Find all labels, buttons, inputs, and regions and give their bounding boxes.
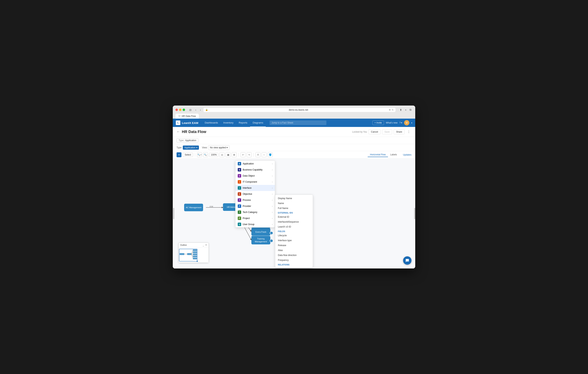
submenu-interface-id-sequence[interactable]: interfaceIdSequence: [275, 219, 313, 224]
label-user-group: User Group: [243, 223, 254, 226]
node-execu-track[interactable]: ExecuTrack: [251, 228, 270, 236]
node-training-mgmt[interactable]: Training Management: [251, 236, 270, 245]
back-button[interactable]: ‹: [194, 108, 197, 112]
type-prefix: Type:: [179, 139, 184, 142]
submenu-leanix-v3-id[interactable]: LeanIX v3 ID: [275, 224, 313, 229]
select-button[interactable]: Select: [183, 153, 193, 157]
tab-labels[interactable]: Labels: [388, 152, 399, 157]
tab-horizontal-flow[interactable]: Horizontal Flow: [368, 152, 388, 157]
submenu-frequency[interactable]: Frequency: [275, 258, 313, 263]
menu-item-project[interactable]: P Project ›: [235, 215, 275, 221]
sidebar-toggle[interactable]: ⊟: [188, 108, 193, 112]
share-icon[interactable]: ⬆: [399, 107, 403, 112]
zoom-in-button[interactable]: 🔍+: [197, 152, 202, 157]
nav-search-area: [270, 120, 368, 125]
menu-item-business-capability[interactable]: B Business Capability ›: [235, 167, 275, 173]
type-dropdown-value: Application: [184, 146, 196, 149]
url-text: demo-eu.leanix.net: [209, 108, 388, 111]
chevron-right-icon: ›: [272, 169, 273, 171]
outline-minimize[interactable]: _: [203, 244, 204, 246]
maximize-button[interactable]: [183, 108, 185, 111]
menu-item-tech-category[interactable]: T Tech Category ›: [235, 209, 275, 215]
menu-item-provider[interactable]: P Provider ›: [235, 203, 275, 209]
fill-button[interactable]: 🪣: [268, 152, 273, 157]
save-button[interactable]: Save: [382, 129, 392, 134]
layout-grid-button[interactable]: ⊞: [232, 152, 237, 157]
forward-button[interactable]: ›: [199, 108, 202, 112]
submenu-data-flow-direction[interactable]: Data flow direction: [275, 253, 313, 258]
label-it-component: IT Component: [243, 181, 257, 183]
svg-rect-11: [187, 253, 191, 255]
redo-button[interactable]: ↪: [247, 152, 252, 157]
submenu-release[interactable]: Release: [275, 243, 313, 248]
nav-inventory[interactable]: Inventory: [221, 119, 236, 127]
layout-block-button[interactable]: ▦: [226, 152, 231, 157]
whats-new-button[interactable]: What's new: [386, 121, 398, 124]
type-select-area: Type: Application ▾: [177, 146, 199, 150]
text-button[interactable]: A: [256, 152, 261, 157]
type-dropdown[interactable]: Application ▾: [183, 146, 199, 150]
lock-icon: 🔒: [205, 108, 208, 111]
address-bar[interactable]: 🔒 demo-eu.leanix.net ⊞ ↻: [203, 108, 395, 112]
submenu-display-name[interactable]: Display Name: [275, 196, 313, 201]
updates-link[interactable]: Updates: [403, 153, 411, 156]
menu-item-it-component[interactable]: I IT Component ›: [235, 179, 275, 185]
active-tab[interactable]: 🛡 HR Data Flow: [175, 114, 199, 119]
svg-line-16: [191, 254, 193, 258]
type-badge: Type: Application: [177, 138, 198, 142]
submenu-name[interactable]: Name: [275, 201, 313, 206]
submenu-full-name[interactable]: Full Name: [275, 206, 313, 211]
label-business-capability: Business Capability: [243, 168, 262, 171]
close-button[interactable]: [175, 108, 178, 111]
submenu-lifecycle[interactable]: Lifecycle: [275, 233, 313, 238]
reader-icon: ⊞: [389, 108, 391, 111]
diagram-area[interactable]: AC Management HR Admin Payroll Europe Pa…: [173, 159, 415, 268]
nav-diagrams[interactable]: Diagrams: [250, 119, 266, 127]
badge-data-object: D: [238, 174, 241, 178]
chevron-right-icon: ›: [272, 175, 273, 177]
menu-item-data-object[interactable]: D Data Object ›: [235, 173, 275, 179]
invite-button[interactable]: + Invite: [372, 120, 384, 125]
view-dropdown[interactable]: No view applied ▾: [208, 145, 229, 150]
more-options-button[interactable]: ⋮: [406, 129, 411, 134]
help-button[interactable]: ? ▾: [399, 121, 402, 124]
minimize-button[interactable]: [179, 108, 181, 111]
svg-rect-9: [179, 253, 184, 255]
add-button[interactable]: +: [177, 152, 181, 157]
nav-reports[interactable]: Reports: [236, 119, 250, 127]
toolbar-separator: [195, 153, 195, 157]
nav-dashboards[interactable]: Dashboards: [202, 119, 221, 127]
svg-line-13: [191, 252, 193, 254]
nav-right: + Invite What's new ? ▾ U ▾: [372, 120, 412, 125]
chevron-right-icon: ›: [272, 211, 273, 213]
submenu-alias[interactable]: Alias: [275, 248, 313, 253]
submenu-external-id[interactable]: External ID: [275, 214, 313, 219]
diagram-toolbar-1: Type: Application ▾ View: No view applie…: [173, 144, 415, 151]
undo-button[interactable]: ↩: [241, 152, 245, 157]
dropdown-overlay: A Application › B Business Capability › …: [235, 160, 275, 227]
svg-rect-18: [193, 251, 197, 253]
menu-item-objective[interactable]: O Objective ›: [235, 191, 275, 197]
conn-label-esb-main: ESB: [210, 206, 213, 207]
cancel-button[interactable]: Cancel: [368, 129, 380, 134]
fit-view-button[interactable]: ◎: [220, 152, 224, 157]
outline-close[interactable]: ✕: [205, 244, 207, 246]
chat-bubble[interactable]: [403, 256, 411, 265]
chevron-right-icon: ›: [272, 187, 273, 189]
menu-item-interface[interactable]: I Interface ›: [235, 185, 275, 191]
connector-button[interactable]: ↔: [262, 152, 267, 157]
reload-icon[interactable]: ↻: [392, 108, 394, 111]
back-button[interactable]: ←: [177, 130, 180, 134]
zoom-out-button[interactable]: 🔍-: [203, 152, 208, 157]
new-tab-icon[interactable]: +: [404, 107, 408, 112]
menu-item-application[interactable]: A Application ›: [235, 161, 275, 167]
node-ac-management[interactable]: AC Management: [184, 204, 203, 211]
submenu-interface-type[interactable]: Interface type: [275, 238, 313, 243]
badge-it-component: I: [238, 180, 241, 184]
share-button[interactable]: Share: [394, 129, 405, 134]
search-input[interactable]: [270, 120, 326, 125]
windows-icon[interactable]: ⧉: [409, 107, 413, 112]
avatar[interactable]: U: [404, 120, 409, 125]
menu-item-process[interactable]: P Process ›: [235, 197, 275, 203]
menu-item-user-group[interactable]: U User Group ›: [235, 221, 275, 227]
